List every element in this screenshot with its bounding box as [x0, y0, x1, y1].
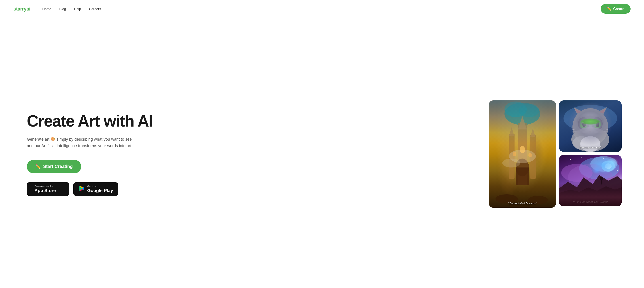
- svg-point-1: [504, 102, 527, 117]
- svg-line-33: [572, 130, 587, 131]
- svg-line-34: [572, 131, 587, 132]
- svg-point-29: [596, 120, 599, 127]
- svg-point-41: [580, 136, 600, 152]
- cat-image-card: "portrait of a cat": [559, 100, 622, 152]
- svg-point-48: [603, 158, 604, 159]
- logo[interactable]: starryai.: [14, 6, 32, 12]
- svg-line-38: [594, 132, 608, 133]
- googleplay-large-label: Google Play: [87, 188, 113, 193]
- appstore-button[interactable]: Download on the App Store: [27, 182, 69, 196]
- svg-line-36: [594, 130, 608, 131]
- start-creating-label: Start Creating: [43, 164, 73, 169]
- svg-point-58: [600, 177, 603, 180]
- nav-links: Home Blog Help Careers: [42, 7, 101, 11]
- hero-subtitle: Generate art 🎨 simply by describing what…: [27, 136, 139, 149]
- svg-marker-23: [599, 109, 606, 113]
- svg-point-47: [581, 157, 582, 158]
- logo-text: starryai: [14, 6, 30, 12]
- svg-point-18: [564, 105, 617, 132]
- store-buttons: Download on the App Store: [27, 182, 156, 196]
- svg-marker-20: [574, 107, 582, 114]
- svg-point-15: [528, 153, 532, 158]
- appstore-text: Download on the App Store: [34, 185, 56, 193]
- googleplay-button[interactable]: Get it on Google Play: [73, 182, 118, 196]
- svg-marker-22: [575, 109, 582, 113]
- svg-marker-6: [509, 127, 514, 136]
- nav-careers[interactable]: Careers: [89, 7, 101, 11]
- svg-point-51: [597, 160, 597, 161]
- svg-marker-56: [559, 175, 622, 206]
- appstore-large-label: App Store: [34, 188, 56, 193]
- svg-marker-4: [518, 116, 527, 130]
- svg-point-31: [595, 122, 597, 124]
- cat-label: "portrait of a cat": [559, 146, 622, 149]
- svg-point-43: [590, 156, 617, 172]
- svg-marker-21: [598, 107, 607, 114]
- logo-dot: .: [30, 6, 32, 12]
- svg-point-14: [513, 152, 516, 156]
- svg-rect-10: [516, 168, 529, 185]
- create-pencil-icon: ✏️: [607, 7, 611, 11]
- svg-point-54: [602, 160, 615, 172]
- nav-create-button[interactable]: ✏️ Create: [600, 4, 630, 14]
- svg-point-28: [582, 120, 586, 127]
- svg-marker-32: [589, 129, 592, 130]
- svg-point-26: [580, 120, 588, 128]
- pencil-icon: ✏️: [35, 164, 41, 169]
- navbar: starryai. Home Blog Help Careers ✏️ Crea…: [0, 0, 644, 18]
- svg-point-50: [566, 166, 566, 166]
- google-play-icon: [78, 185, 84, 193]
- svg-marker-57: [559, 186, 622, 206]
- googleplay-text: Get it on Google Play: [87, 185, 113, 193]
- svg-point-2: [519, 104, 539, 117]
- space-image-card: "AI in Control of The World": [559, 155, 622, 206]
- svg-point-42: [579, 157, 620, 180]
- hero-section: Create Art with AI Generate art 🎨 simply…: [0, 18, 644, 288]
- svg-point-44: [561, 164, 592, 182]
- svg-point-53: [608, 172, 608, 173]
- space-label: "AI in Control of The World": [559, 200, 622, 204]
- svg-point-55: [605, 164, 612, 169]
- gallery-col-right: "portrait of a cat": [559, 100, 622, 206]
- create-button-label: Create: [613, 7, 624, 11]
- svg-point-49: [612, 164, 613, 164]
- svg-point-27: [593, 120, 601, 128]
- svg-point-12: [502, 158, 520, 168]
- appstore-small-label: Download on the: [34, 185, 56, 188]
- hero-content: Create Art with AI Generate art 🎨 simply…: [27, 112, 156, 196]
- svg-point-13: [520, 146, 525, 153]
- svg-point-52: [617, 170, 618, 171]
- svg-rect-59: [600, 180, 602, 184]
- svg-point-30: [582, 122, 584, 124]
- gallery-col-left: "Cathedral of Dreams": [489, 100, 556, 208]
- hero-gallery: "Cathedral of Dreams": [489, 100, 630, 208]
- svg-point-45: [568, 164, 613, 191]
- svg-point-24: [578, 117, 589, 130]
- nav-home[interactable]: Home: [42, 7, 51, 11]
- svg-point-46: [570, 159, 571, 160]
- svg-point-0: [504, 103, 540, 125]
- svg-line-37: [594, 131, 608, 132]
- nav-help[interactable]: Help: [74, 7, 81, 11]
- cathedral-image-card: "Cathedral of Dreams": [489, 100, 556, 208]
- svg-line-35: [572, 132, 587, 133]
- googleplay-small-label: Get it on: [87, 185, 113, 188]
- start-creating-button[interactable]: ✏️ Start Creating: [27, 160, 81, 173]
- svg-marker-8: [530, 128, 536, 137]
- hero-title: Create Art with AI: [27, 112, 156, 130]
- nav-blog[interactable]: Blog: [59, 7, 66, 11]
- cathedral-label: "Cathedral of Dreams": [489, 202, 556, 205]
- svg-point-25: [592, 117, 603, 130]
- cathedral-details: [489, 100, 556, 208]
- svg-point-19: [572, 108, 608, 146]
